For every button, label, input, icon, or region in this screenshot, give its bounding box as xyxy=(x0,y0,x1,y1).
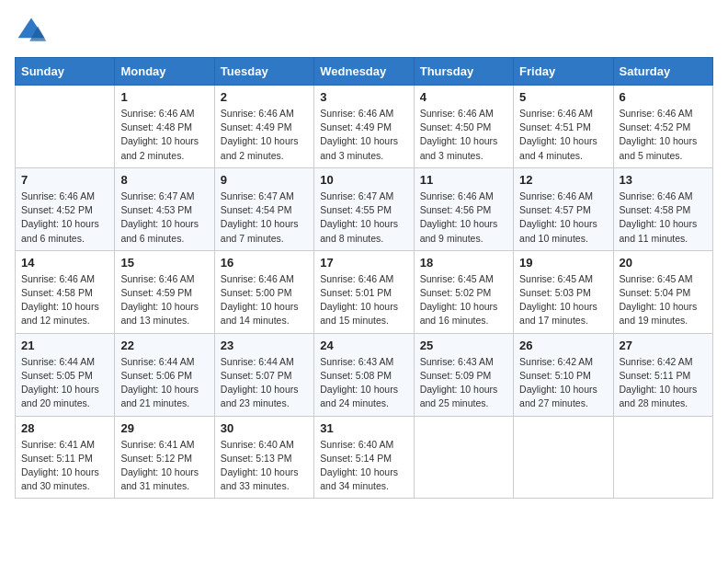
day-number: 1 xyxy=(120,90,208,104)
calendar-week-row: 14Sunrise: 6:46 AMSunset: 4:58 PMDayligh… xyxy=(16,250,713,333)
page-header xyxy=(15,15,713,48)
calendar-cell: 12Sunrise: 6:46 AMSunset: 4:57 PMDayligh… xyxy=(514,167,613,250)
day-info: Sunrise: 6:46 AMSunset: 5:01 PMDaylight:… xyxy=(320,272,407,328)
calendar-cell: 20Sunrise: 6:45 AMSunset: 5:04 PMDayligh… xyxy=(613,250,712,333)
day-info: Sunrise: 6:45 AMSunset: 5:04 PMDaylight:… xyxy=(620,272,707,328)
calendar-cell: 17Sunrise: 6:46 AMSunset: 5:01 PMDayligh… xyxy=(314,250,414,333)
calendar-cell: 4Sunrise: 6:46 AMSunset: 4:50 PMDaylight… xyxy=(414,86,513,168)
day-info: Sunrise: 6:40 AMSunset: 5:13 PMDaylight:… xyxy=(221,438,308,494)
calendar-table: SundayMondayTuesdayWednesdayThursdayFrid… xyxy=(15,57,713,499)
day-number: 20 xyxy=(620,256,707,270)
day-info: Sunrise: 6:46 AMSunset: 4:57 PMDaylight:… xyxy=(519,190,607,246)
column-header-wednesday: Wednesday xyxy=(314,58,414,86)
day-number: 10 xyxy=(320,173,407,187)
day-info: Sunrise: 6:41 AMSunset: 5:12 PMDaylight:… xyxy=(120,438,208,494)
day-info: Sunrise: 6:46 AMSunset: 4:48 PMDaylight:… xyxy=(120,107,208,163)
day-number: 23 xyxy=(221,339,308,352)
day-number: 27 xyxy=(620,339,707,352)
day-number: 4 xyxy=(420,90,507,104)
calendar-cell: 19Sunrise: 6:45 AMSunset: 5:03 PMDayligh… xyxy=(514,250,613,333)
day-info: Sunrise: 6:45 AMSunset: 5:03 PMDaylight:… xyxy=(519,272,607,328)
day-info: Sunrise: 6:46 AMSunset: 4:58 PMDaylight:… xyxy=(21,272,108,328)
calendar-cell: 21Sunrise: 6:44 AMSunset: 5:05 PMDayligh… xyxy=(16,333,115,416)
calendar-cell: 24Sunrise: 6:43 AMSunset: 5:08 PMDayligh… xyxy=(314,333,414,416)
calendar-cell: 22Sunrise: 6:44 AMSunset: 5:06 PMDayligh… xyxy=(115,333,214,416)
day-info: Sunrise: 6:47 AMSunset: 4:53 PMDaylight:… xyxy=(120,190,208,246)
day-info: Sunrise: 6:46 AMSunset: 4:49 PMDaylight:… xyxy=(221,107,308,163)
day-number: 24 xyxy=(320,339,407,352)
day-info: Sunrise: 6:45 AMSunset: 5:02 PMDaylight:… xyxy=(420,272,507,328)
day-info: Sunrise: 6:47 AMSunset: 4:54 PMDaylight:… xyxy=(221,190,308,246)
day-number: 2 xyxy=(221,90,308,104)
column-header-saturday: Saturday xyxy=(613,58,712,86)
calendar-cell: 15Sunrise: 6:46 AMSunset: 4:59 PMDayligh… xyxy=(115,250,214,333)
calendar-header-row: SundayMondayTuesdayWednesdayThursdayFrid… xyxy=(16,58,713,86)
calendar-cell: 1Sunrise: 6:46 AMSunset: 4:48 PMDaylight… xyxy=(115,86,214,168)
day-number: 12 xyxy=(519,173,607,187)
day-number: 14 xyxy=(21,256,108,270)
calendar-cell: 11Sunrise: 6:46 AMSunset: 4:56 PMDayligh… xyxy=(414,167,513,250)
logo xyxy=(15,15,51,48)
day-info: Sunrise: 6:43 AMSunset: 5:08 PMDaylight:… xyxy=(320,355,407,411)
day-number: 5 xyxy=(519,90,607,104)
day-info: Sunrise: 6:46 AMSunset: 4:52 PMDaylight:… xyxy=(21,190,108,246)
day-info: Sunrise: 6:42 AMSunset: 5:11 PMDaylight:… xyxy=(620,355,707,411)
day-info: Sunrise: 6:46 AMSunset: 5:00 PMDaylight:… xyxy=(221,272,308,328)
calendar-cell: 26Sunrise: 6:42 AMSunset: 5:10 PMDayligh… xyxy=(514,333,613,416)
column-header-monday: Monday xyxy=(115,58,214,86)
calendar-week-row: 1Sunrise: 6:46 AMSunset: 4:48 PMDaylight… xyxy=(16,86,713,168)
calendar-cell: 14Sunrise: 6:46 AMSunset: 4:58 PMDayligh… xyxy=(16,250,115,333)
calendar-cell: 30Sunrise: 6:40 AMSunset: 5:13 PMDayligh… xyxy=(214,416,313,499)
calendar-cell: 23Sunrise: 6:44 AMSunset: 5:07 PMDayligh… xyxy=(214,333,313,416)
day-info: Sunrise: 6:41 AMSunset: 5:11 PMDaylight:… xyxy=(21,438,108,494)
calendar-cell xyxy=(514,416,613,499)
day-number: 17 xyxy=(320,256,407,270)
day-info: Sunrise: 6:44 AMSunset: 5:07 PMDaylight:… xyxy=(221,355,308,411)
day-info: Sunrise: 6:42 AMSunset: 5:10 PMDaylight:… xyxy=(519,355,607,411)
day-info: Sunrise: 6:43 AMSunset: 5:09 PMDaylight:… xyxy=(420,355,507,411)
day-number: 26 xyxy=(519,339,607,352)
day-number: 30 xyxy=(221,421,308,435)
day-number: 6 xyxy=(620,90,707,104)
day-number: 28 xyxy=(21,421,108,435)
calendar-week-row: 7Sunrise: 6:46 AMSunset: 4:52 PMDaylight… xyxy=(16,167,713,250)
logo-icon xyxy=(15,15,48,48)
calendar-cell: 16Sunrise: 6:46 AMSunset: 5:00 PMDayligh… xyxy=(214,250,313,333)
calendar-cell: 28Sunrise: 6:41 AMSunset: 5:11 PMDayligh… xyxy=(16,416,115,499)
day-number: 8 xyxy=(120,173,208,187)
day-info: Sunrise: 6:46 AMSunset: 4:50 PMDaylight:… xyxy=(420,107,507,163)
calendar-cell: 18Sunrise: 6:45 AMSunset: 5:02 PMDayligh… xyxy=(414,250,513,333)
day-number: 19 xyxy=(519,256,607,270)
day-number: 31 xyxy=(320,421,407,435)
day-number: 25 xyxy=(420,339,507,352)
day-info: Sunrise: 6:40 AMSunset: 5:14 PMDaylight:… xyxy=(320,438,407,494)
calendar-cell: 29Sunrise: 6:41 AMSunset: 5:12 PMDayligh… xyxy=(115,416,214,499)
calendar-cell: 31Sunrise: 6:40 AMSunset: 5:14 PMDayligh… xyxy=(314,416,414,499)
day-info: Sunrise: 6:47 AMSunset: 4:55 PMDaylight:… xyxy=(320,190,407,246)
calendar-week-row: 21Sunrise: 6:44 AMSunset: 5:05 PMDayligh… xyxy=(16,333,713,416)
day-number: 16 xyxy=(221,256,308,270)
column-header-sunday: Sunday xyxy=(16,58,115,86)
day-info: Sunrise: 6:46 AMSunset: 4:56 PMDaylight:… xyxy=(420,190,507,246)
column-header-friday: Friday xyxy=(514,58,613,86)
calendar-cell: 8Sunrise: 6:47 AMSunset: 4:53 PMDaylight… xyxy=(115,167,214,250)
day-info: Sunrise: 6:46 AMSunset: 4:59 PMDaylight:… xyxy=(120,272,208,328)
day-number: 11 xyxy=(420,173,507,187)
column-header-tuesday: Tuesday xyxy=(214,58,313,86)
calendar-cell: 5Sunrise: 6:46 AMSunset: 4:51 PMDaylight… xyxy=(514,86,613,168)
day-info: Sunrise: 6:46 AMSunset: 4:49 PMDaylight:… xyxy=(320,107,407,163)
calendar-cell: 2Sunrise: 6:46 AMSunset: 4:49 PMDaylight… xyxy=(214,86,313,168)
calendar-cell: 6Sunrise: 6:46 AMSunset: 4:52 PMDaylight… xyxy=(613,86,712,168)
day-number: 18 xyxy=(420,256,507,270)
day-number: 9 xyxy=(221,173,308,187)
calendar-cell: 27Sunrise: 6:42 AMSunset: 5:11 PMDayligh… xyxy=(613,333,712,416)
day-number: 15 xyxy=(120,256,208,270)
calendar-cell: 3Sunrise: 6:46 AMSunset: 4:49 PMDaylight… xyxy=(314,86,414,168)
calendar-cell: 25Sunrise: 6:43 AMSunset: 5:09 PMDayligh… xyxy=(414,333,513,416)
calendar-week-row: 28Sunrise: 6:41 AMSunset: 5:11 PMDayligh… xyxy=(16,416,713,499)
calendar-cell xyxy=(414,416,513,499)
calendar-cell: 7Sunrise: 6:46 AMSunset: 4:52 PMDaylight… xyxy=(16,167,115,250)
day-info: Sunrise: 6:46 AMSunset: 4:52 PMDaylight:… xyxy=(620,107,707,163)
day-number: 7 xyxy=(21,173,108,187)
calendar-cell: 9Sunrise: 6:47 AMSunset: 4:54 PMDaylight… xyxy=(214,167,313,250)
